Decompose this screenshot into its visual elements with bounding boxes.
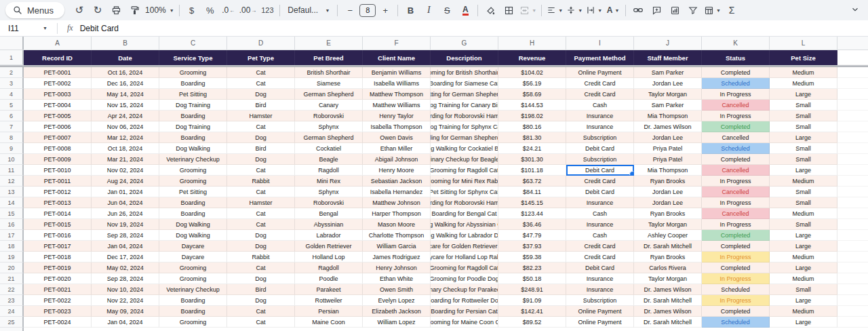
- cell-E16[interactable]: Abyssinian: [295, 219, 363, 230]
- cell-H11[interactable]: $101.18: [498, 165, 566, 176]
- column-header-E[interactable]: E: [295, 37, 363, 50]
- increase-font-size-button[interactable]: +: [376, 2, 394, 18]
- cell-D23[interactable]: Dog: [227, 295, 295, 306]
- cell-I20[interactable]: Debit Card: [566, 262, 634, 273]
- header-cell-I[interactable]: Payment Method: [566, 50, 634, 65]
- cell-D3[interactable]: Cat: [227, 78, 295, 89]
- cell-I2[interactable]: Online Payment: [566, 67, 634, 78]
- cell-I21[interactable]: Insurance: [566, 273, 634, 284]
- status-cell-K15[interactable]: Cancelled: [702, 208, 770, 219]
- cell-F23[interactable]: Evelyn Lopez: [363, 295, 431, 306]
- cell-G22[interactable]: Veterinary Checkup for Parakeet Bird: [431, 284, 498, 295]
- cell-D10[interactable]: Dog: [227, 154, 295, 165]
- cell-L20[interactable]: Large: [770, 262, 837, 273]
- cell-I18[interactable]: Credit Card: [566, 241, 634, 252]
- cell-L6[interactable]: Small: [770, 111, 837, 121]
- cell-L18[interactable]: Large: [770, 241, 837, 252]
- cell-A5[interactable]: PET-0004: [24, 100, 92, 111]
- cell-G21[interactable]: Grooming for Poodle Dog: [431, 273, 498, 284]
- text-wrapping-button[interactable]: ▼: [585, 2, 604, 18]
- column-header-L[interactable]: L: [770, 37, 837, 50]
- cell-J18[interactable]: Dr. Sarah Mitchell: [634, 241, 702, 252]
- cell-J14[interactable]: Jordan Lee: [634, 197, 702, 208]
- cell-A18[interactable]: PET-0017: [24, 241, 92, 252]
- cell-A25[interactable]: PET-0024: [24, 317, 92, 328]
- strikethrough-button[interactable]: S: [438, 2, 456, 18]
- column-header-A[interactable]: A: [24, 37, 92, 50]
- cell-H25[interactable]: $89.52: [498, 317, 566, 328]
- cell-L24[interactable]: Medium: [770, 306, 837, 317]
- cell-C20[interactable]: Grooming: [159, 262, 227, 273]
- status-cell-K6[interactable]: In Progress: [702, 111, 770, 121]
- status-cell-K2[interactable]: Completed: [702, 67, 770, 78]
- cell-F11[interactable]: Henry Moore: [363, 165, 431, 176]
- cell-G10[interactable]: Veterinary Checkup for Beagle Dog: [431, 154, 498, 165]
- cell-L12[interactable]: Medium: [770, 176, 837, 187]
- column-header-J[interactable]: J: [634, 37, 702, 50]
- cell-J2[interactable]: Sam Parker: [634, 67, 702, 78]
- fill-color-button[interactable]: [481, 2, 499, 18]
- cell-G24[interactable]: Boarding for Persian Cat: [431, 306, 498, 317]
- cell-E18[interactable]: Golden Retriever: [295, 241, 363, 252]
- cell-J6[interactable]: Mia Thompson: [634, 111, 702, 121]
- cell-H15[interactable]: $123.44: [498, 208, 566, 219]
- column-header-C[interactable]: C: [159, 37, 227, 50]
- cell-B20[interactable]: May 02, 2024: [92, 262, 159, 273]
- formula-input[interactable]: Debit Card: [80, 24, 119, 33]
- header-cell-D[interactable]: Pet Type: [227, 50, 295, 65]
- cell-A22[interactable]: PET-0021: [24, 284, 92, 295]
- column-header-B[interactable]: B: [92, 37, 159, 50]
- cell-E8[interactable]: German Shepherd: [295, 132, 363, 143]
- row-number-21[interactable]: 21: [0, 273, 24, 284]
- cell-F8[interactable]: Owen Davis: [363, 132, 431, 143]
- status-cell-K19[interactable]: In Progress: [702, 252, 770, 262]
- select-all-corner[interactable]: [0, 37, 24, 50]
- cell-G8[interactable]: Boarding for German Shepherd Dog: [431, 132, 498, 143]
- cell-C12[interactable]: Grooming: [159, 176, 227, 187]
- cell-C10[interactable]: Veterinary Checkup: [159, 154, 227, 165]
- cell-I22[interactable]: Insurance: [566, 284, 634, 295]
- status-cell-K8[interactable]: Cancelled: [702, 132, 770, 143]
- cell-J12[interactable]: Ryan Brooks: [634, 176, 702, 187]
- cell-B24[interactable]: May 09, 2024: [92, 306, 159, 317]
- increase-decimal-button[interactable]: .00→: [238, 2, 258, 18]
- cell-H9[interactable]: $24.21: [498, 143, 566, 154]
- cell-C13[interactable]: Pet Sitting: [159, 187, 227, 197]
- header-cell-F[interactable]: Client Name: [363, 50, 431, 65]
- cell-C21[interactable]: Grooming: [159, 273, 227, 284]
- cell-I14[interactable]: Insurance: [566, 197, 634, 208]
- cell-F3[interactable]: Isabella Williams: [363, 78, 431, 89]
- cell-H3[interactable]: $56.19: [498, 78, 566, 89]
- cell-A17[interactable]: PET-0016: [24, 230, 92, 241]
- cell-G13[interactable]: Pet Sitting for Sphynx Cat: [431, 187, 498, 197]
- cell-C6[interactable]: Boarding: [159, 111, 227, 121]
- cell-F21[interactable]: Ethan White: [363, 273, 431, 284]
- column-header-H[interactable]: H: [498, 37, 566, 50]
- row-number-7[interactable]: 7: [0, 121, 24, 132]
- cell-C2[interactable]: Grooming: [159, 67, 227, 78]
- cell-J3[interactable]: Jordan Lee: [634, 78, 702, 89]
- row-number-19[interactable]: 19: [0, 252, 24, 262]
- cell-G2[interactable]: Grooming for British Shorthair Cat: [431, 67, 498, 78]
- cell-B12[interactable]: Aug 24, 2024: [92, 176, 159, 187]
- cell-I8[interactable]: Subscription: [566, 132, 634, 143]
- cell-A14[interactable]: PET-0013: [24, 197, 92, 208]
- cell-I10[interactable]: Subscription: [566, 154, 634, 165]
- insert-link-button[interactable]: [629, 2, 647, 18]
- cell-L23[interactable]: Large: [770, 295, 837, 306]
- cell-J17[interactable]: Ashley Cooper: [634, 230, 702, 241]
- name-box[interactable]: I11 ▼: [0, 24, 53, 33]
- cell-L4[interactable]: Large: [770, 89, 837, 100]
- cell-H12[interactable]: $63.72: [498, 176, 566, 187]
- status-cell-K17[interactable]: Completed: [702, 230, 770, 241]
- cell-J20[interactable]: Carlos Rivera: [634, 262, 702, 273]
- cell-D14[interactable]: Hamster: [227, 197, 295, 208]
- cell-A3[interactable]: PET-0002: [24, 78, 92, 89]
- format-currency-button[interactable]: $: [183, 2, 201, 18]
- cell-H17[interactable]: $47.79: [498, 230, 566, 241]
- cell-I24[interactable]: Online Payment: [566, 306, 634, 317]
- cell-J13[interactable]: Jordan Lee: [634, 187, 702, 197]
- cell-F22[interactable]: Owen Smith: [363, 284, 431, 295]
- cell-B10[interactable]: Mar 21, 2024: [92, 154, 159, 165]
- cell-A8[interactable]: PET-0007: [24, 132, 92, 143]
